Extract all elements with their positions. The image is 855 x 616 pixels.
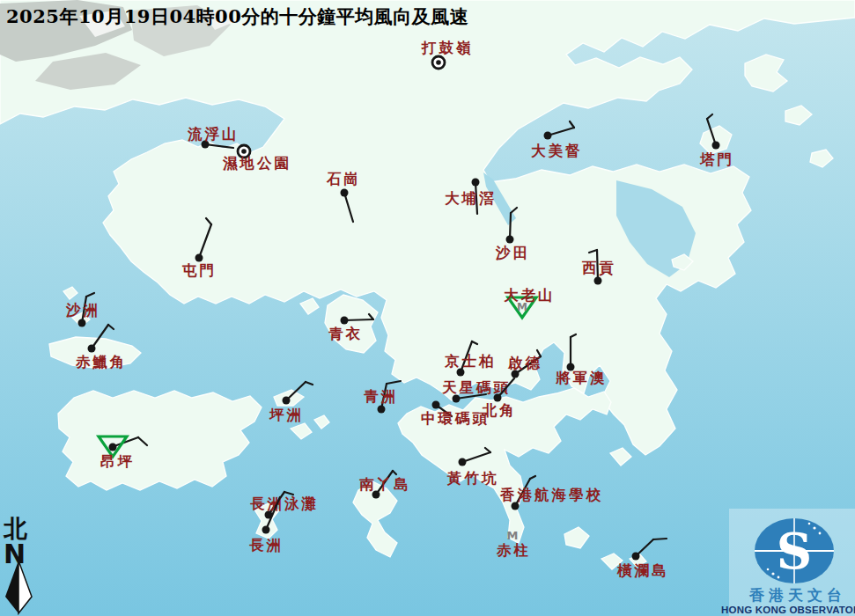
logo-dot xyxy=(819,532,822,535)
station-label: 青洲 xyxy=(364,388,398,405)
map-title: 2025年10月19日04時00分的十分鐘平均風向及風速 xyxy=(6,5,468,27)
wind-barb xyxy=(344,319,373,320)
station-label: 中環碼頭 xyxy=(421,410,490,427)
station-dot xyxy=(341,189,349,197)
station-dot xyxy=(712,142,720,150)
logo-dot xyxy=(813,526,815,529)
station-dot xyxy=(506,236,514,244)
station-dot xyxy=(283,397,291,405)
station-label: 流浮山 xyxy=(187,126,240,143)
station-label: 沙田 xyxy=(495,245,530,261)
station-label: 啟德 xyxy=(507,355,542,371)
station-dot xyxy=(262,526,270,534)
station-dot xyxy=(494,394,502,402)
station-label: 塔門 xyxy=(699,151,734,168)
station-label: 打鼓嶺 xyxy=(421,40,474,56)
logo-name-en: HONG KONG OBSERVATORY xyxy=(721,605,855,615)
logo-dot xyxy=(771,572,774,575)
station-dot xyxy=(544,132,552,140)
station-label: 赤柱 xyxy=(496,542,531,559)
station-label: 長洲 xyxy=(249,537,284,554)
station-label: 大埔滘 xyxy=(445,190,497,207)
station-label: 京士柏 xyxy=(444,353,497,370)
station-dot xyxy=(88,345,96,353)
station-label: 黃竹坑 xyxy=(446,470,499,487)
logo-name-zh: 香港天文台 xyxy=(748,586,846,604)
station-label: 大美督 xyxy=(531,143,583,159)
station-dot xyxy=(472,179,480,187)
station-dot xyxy=(594,277,602,285)
station-label: 橫瀾島 xyxy=(616,562,669,579)
station-label: 坪洲 xyxy=(269,407,304,423)
calm-center-dot xyxy=(241,149,247,154)
station-label: 濕地公園 xyxy=(222,155,291,172)
station-label: 石崗 xyxy=(326,171,361,187)
station-label: 青衣 xyxy=(328,326,363,342)
wind-barb xyxy=(653,539,667,539)
station-label: 沙洲 xyxy=(65,302,100,319)
station-label: 長洲泳灘 xyxy=(250,495,319,512)
wind-barb xyxy=(510,213,511,239)
station-dot xyxy=(378,406,386,414)
station-dot xyxy=(632,553,640,561)
station-dot xyxy=(459,458,467,466)
calm-center-dot xyxy=(436,60,441,65)
station-label: 屯門 xyxy=(181,262,217,279)
station-dot xyxy=(109,444,117,451)
station-label: 昂坪 xyxy=(100,453,135,470)
north-letter-label: N xyxy=(4,539,26,569)
logo-dot xyxy=(767,568,770,571)
station-label: 大老山 xyxy=(504,287,556,304)
m-marker: M xyxy=(507,529,519,542)
station-dot xyxy=(195,254,203,262)
station-dot xyxy=(341,317,349,325)
station-label: 西貢 xyxy=(581,260,616,276)
station-label: 赤鱲角 xyxy=(75,354,128,370)
station-label: 香港航海學校 xyxy=(499,487,603,503)
logo-s-glyph: S xyxy=(777,522,812,580)
station-label: 南丫島 xyxy=(359,476,411,493)
station-label: 將軍澳 xyxy=(555,370,608,386)
wind-map: 打鼓嶺流浮山濕地公園石崗大埔滘大美督塔門沙田西貢屯門M大老山沙洲青衣赤鱲角京士柏… xyxy=(0,0,855,616)
station-dot xyxy=(432,401,440,409)
map-canvas: 打鼓嶺流浮山濕地公園石崗大埔滘大美督塔門沙田西貢屯門M大老山沙洲青衣赤鱲角京士柏… xyxy=(0,0,855,616)
station-dot xyxy=(78,319,86,327)
